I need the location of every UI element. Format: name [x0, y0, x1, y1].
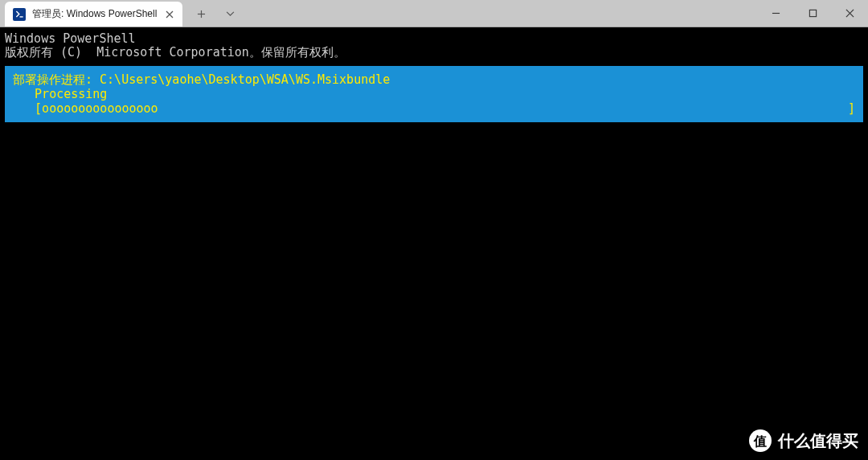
- powershell-icon: [13, 8, 26, 21]
- maximize-icon: [809, 9, 817, 18]
- progress-bar-fill: [oooooooooooooooo: [13, 101, 158, 116]
- tab-title: 管理员: Windows PowerShell: [32, 7, 157, 21]
- watermark-text: 什么值得买: [778, 434, 858, 448]
- close-button[interactable]: [831, 0, 868, 27]
- progress-status: Processing: [13, 87, 855, 101]
- terminal-line: Windows PowerShell: [0, 32, 868, 46]
- tab-dropdown-button[interactable]: [216, 2, 244, 27]
- minimize-button[interactable]: [757, 0, 794, 27]
- chevron-down-icon: [226, 11, 235, 17]
- tab-powershell[interactable]: 管理员: Windows PowerShell: [5, 2, 182, 27]
- tab-close-button[interactable]: [163, 8, 176, 21]
- progress-bar: [oooooooooooooooo ]: [13, 101, 855, 116]
- progress-title: 部署操作进程: C:\Users\yaohe\Desktop\WSA\WS.Ms…: [13, 72, 855, 87]
- watermark-badge: 值: [749, 429, 772, 452]
- terminal-line: 版权所有 (C) Microsoft Corporation。保留所有权利。: [0, 46, 868, 60]
- titlebar-left: 管理员: Windows PowerShell: [0, 0, 244, 27]
- watermark: 值 什么值得买: [749, 429, 858, 452]
- window-frame: 管理员: Windows PowerShell: [0, 0, 868, 460]
- plus-icon: [197, 10, 206, 18]
- progress-block: 部署操作进程: C:\Users\yaohe\Desktop\WSA\WS.Ms…: [5, 66, 863, 122]
- tab-actions: [182, 2, 244, 27]
- minimize-icon: [772, 9, 780, 18]
- svg-rect-6: [809, 10, 816, 16]
- progress-bar-end: ]: [848, 101, 855, 116]
- new-tab-button[interactable]: [187, 2, 215, 27]
- titlebar: 管理员: Windows PowerShell: [0, 0, 868, 27]
- close-icon: [845, 9, 854, 18]
- terminal-area[interactable]: Windows PowerShell 版权所有 (C) Microsoft Co…: [0, 27, 868, 460]
- maximize-button[interactable]: [794, 0, 831, 27]
- window-controls: [757, 0, 868, 27]
